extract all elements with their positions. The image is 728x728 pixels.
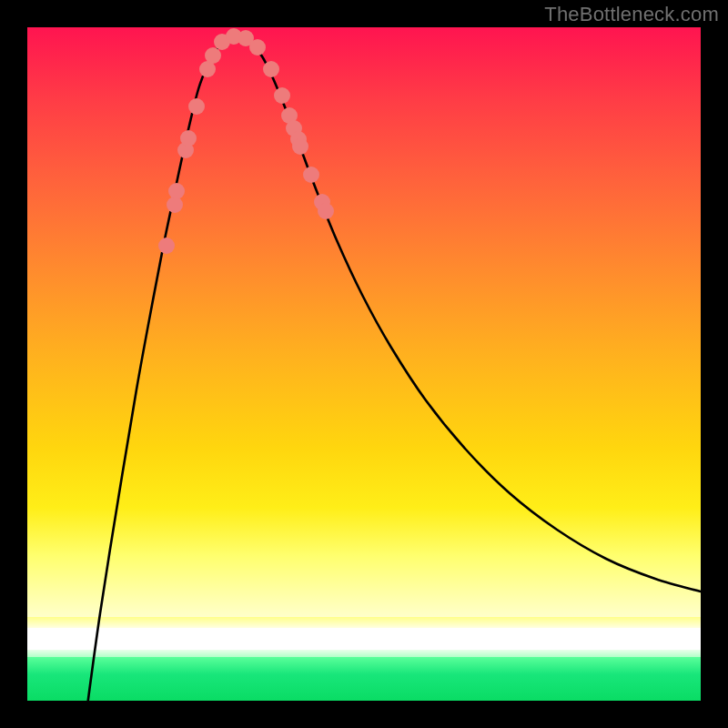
data-marker xyxy=(318,203,334,219)
curve-layer xyxy=(27,27,701,701)
data-marker xyxy=(188,98,205,115)
data-marker xyxy=(303,167,319,183)
data-marker xyxy=(205,47,221,64)
plot-area xyxy=(27,27,701,701)
watermark-text: TheBottleneck.com xyxy=(544,3,719,26)
data-markers xyxy=(158,28,334,254)
chart-frame: TheBottleneck.com xyxy=(0,0,728,728)
data-marker xyxy=(249,39,266,56)
data-marker xyxy=(158,238,175,254)
data-marker xyxy=(168,183,185,199)
bottleneck-curve xyxy=(86,38,701,701)
data-marker xyxy=(292,138,308,155)
data-marker xyxy=(263,61,279,77)
data-marker xyxy=(180,130,197,147)
data-marker xyxy=(274,87,290,104)
